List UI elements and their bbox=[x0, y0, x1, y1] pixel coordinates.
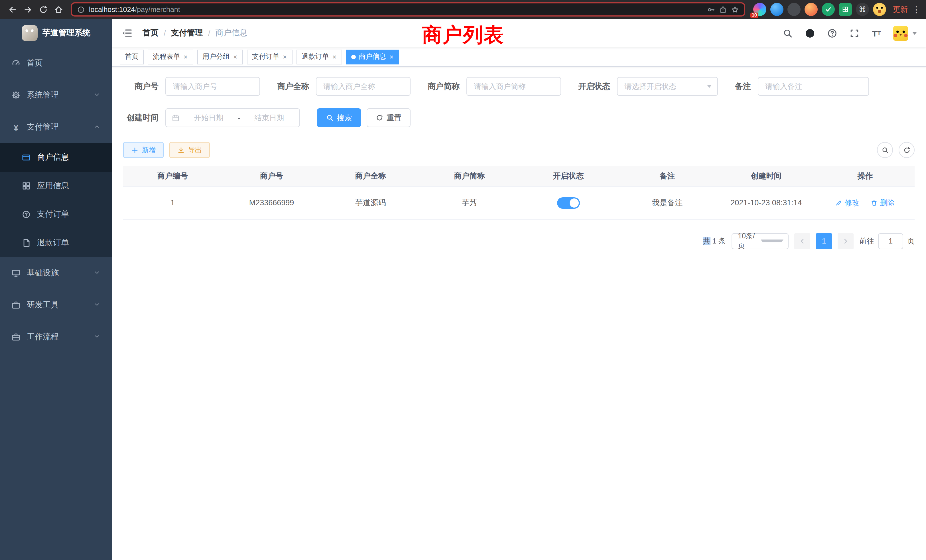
browser-forward-button[interactable] bbox=[20, 2, 35, 17]
export-button[interactable]: 导出 bbox=[169, 142, 210, 158]
tab-label: 用户分组 bbox=[203, 52, 230, 62]
breadcrumb-home[interactable]: 首页 bbox=[142, 28, 159, 38]
browser-update-button[interactable]: 更新 bbox=[893, 4, 908, 15]
tab-pay-order[interactable]: 支付订单 × bbox=[247, 49, 292, 64]
close-icon[interactable]: × bbox=[282, 53, 287, 60]
browser-back-button[interactable] bbox=[5, 2, 20, 17]
chevron-down-icon bbox=[94, 269, 100, 278]
cell-status bbox=[519, 186, 618, 219]
remark-input[interactable] bbox=[758, 77, 869, 96]
user-menu[interactable] bbox=[893, 26, 917, 41]
extension-icon-6[interactable] bbox=[839, 3, 852, 16]
address-bar[interactable]: localhost:1024/pay/merchant bbox=[71, 2, 745, 17]
payment-submenu: 商户信息 应用信息 支付订单 退款订单 bbox=[0, 143, 112, 257]
edit-link[interactable]: 修改 bbox=[836, 198, 859, 208]
merchant-no-label: 商户号 bbox=[123, 81, 159, 92]
close-icon[interactable]: × bbox=[183, 53, 188, 60]
breadcrumb-payment[interactable]: 支付管理 bbox=[171, 28, 203, 38]
prev-page-button[interactable] bbox=[794, 233, 810, 249]
status-select[interactable]: 请选择开启状态 bbox=[617, 77, 718, 96]
show-search-button[interactable] bbox=[877, 142, 893, 158]
header-search-icon[interactable] bbox=[782, 27, 793, 39]
start-date-input[interactable]: 开始日期 bbox=[184, 113, 233, 123]
create-time-range-picker[interactable]: 开始日期 - 结束日期 bbox=[165, 108, 300, 127]
page-size-select[interactable]: 10条/页 bbox=[732, 233, 788, 249]
sidebar-item-infra[interactable]: 基础设施 bbox=[0, 257, 112, 289]
browser-toolbar: localhost:1024/pay/merchant 10 ⌘ 更新 ⋮ bbox=[0, 0, 926, 19]
help-icon[interactable] bbox=[826, 27, 838, 39]
sidebar-item-payment[interactable]: ¥ 支付管理 bbox=[0, 111, 112, 143]
app-logo[interactable]: 芋道管理系统 bbox=[0, 19, 112, 47]
briefcase-icon bbox=[11, 301, 21, 310]
close-icon[interactable]: × bbox=[389, 53, 394, 60]
sidebar-item-label: 商户信息 bbox=[37, 152, 69, 162]
sidebar-item-home[interactable]: 首页 bbox=[0, 47, 112, 79]
close-icon[interactable]: × bbox=[233, 53, 238, 60]
url-path: /pay/merchant bbox=[135, 5, 180, 14]
extension-icon-1[interactable]: 10 bbox=[753, 3, 766, 16]
tab-process-form[interactable]: 流程表单 × bbox=[148, 49, 193, 64]
sidebar-toggle-button[interactable] bbox=[121, 27, 133, 39]
sidebar-item-system[interactable]: 系统管理 bbox=[0, 79, 112, 111]
sidebar-item-refund-order[interactable]: 退款订单 bbox=[0, 229, 112, 257]
cell-merchant-name: 芋道源码 bbox=[321, 186, 420, 219]
browser-menu-icon[interactable]: ⋮ bbox=[911, 4, 921, 15]
extension-icon-7[interactable]: ⌘ bbox=[856, 3, 869, 16]
tab-merchant-info[interactable]: 商户信息 × bbox=[346, 49, 399, 64]
sidebar-item-dev-tools[interactable]: 研发工具 bbox=[0, 289, 112, 321]
chevron-up-icon bbox=[94, 123, 100, 132]
site-info-icon bbox=[77, 5, 85, 14]
add-button[interactable]: 新增 bbox=[123, 142, 163, 158]
password-key-icon[interactable] bbox=[707, 5, 715, 14]
tab-label: 流程表单 bbox=[153, 52, 180, 62]
fullscreen-icon[interactable] bbox=[849, 27, 860, 39]
bookmark-star-icon[interactable] bbox=[731, 5, 739, 14]
merchant-name-input[interactable] bbox=[316, 77, 410, 96]
search-button[interactable]: 搜索 bbox=[317, 108, 361, 127]
goto-page-input[interactable] bbox=[878, 233, 903, 249]
plus-icon bbox=[131, 146, 139, 154]
next-page-button[interactable] bbox=[838, 233, 853, 249]
logo-avatar bbox=[21, 25, 37, 41]
close-icon[interactable]: × bbox=[332, 53, 337, 60]
delete-link[interactable]: 删除 bbox=[871, 198, 895, 208]
trash-icon bbox=[871, 199, 878, 206]
refresh-icon bbox=[903, 146, 910, 154]
total-prefix: 共 bbox=[703, 236, 710, 245]
refresh-icon bbox=[38, 5, 48, 14]
chevron-down-icon bbox=[94, 301, 100, 310]
end-date-input[interactable]: 结束日期 bbox=[245, 113, 294, 123]
merchant-short-input[interactable] bbox=[466, 77, 561, 96]
sidebar-item-app-info[interactable]: 应用信息 bbox=[0, 172, 112, 200]
tab-home[interactable]: 首页 bbox=[120, 49, 144, 64]
extension-icon-3[interactable] bbox=[787, 3, 800, 16]
forward-arrow-icon bbox=[23, 5, 32, 14]
share-icon[interactable] bbox=[719, 5, 727, 14]
status-toggle[interactable] bbox=[557, 197, 580, 209]
extension-icon-5[interactable] bbox=[822, 3, 835, 16]
extension-icon-4[interactable] bbox=[805, 3, 818, 16]
sidebar-item-workflow[interactable]: 工作流程 bbox=[0, 321, 112, 353]
navbar-actions: TT bbox=[782, 26, 917, 41]
remark-label: 备注 bbox=[735, 81, 751, 92]
app-frame: 芋道管理系统 首页 系统管理 ¥ 支付管理 bbox=[0, 19, 926, 560]
col-actions: 操作 bbox=[816, 166, 915, 186]
reset-button[interactable]: 重置 bbox=[367, 108, 410, 127]
tab-refund-order[interactable]: 退款订单 × bbox=[297, 49, 342, 64]
extension-icon-8[interactable] bbox=[873, 3, 886, 16]
sidebar-item-merchant-info[interactable]: 商户信息 bbox=[0, 143, 112, 172]
tab-user-group[interactable]: 用户分组 × bbox=[197, 49, 243, 64]
extension-icon-2[interactable] bbox=[770, 3, 784, 16]
pay-order-icon bbox=[22, 210, 31, 219]
browser-home-button[interactable] bbox=[51, 2, 66, 17]
tags-view: 首页 流程表单 × 用户分组 × 支付订单 × 退款订单 × bbox=[112, 47, 926, 67]
page-number-1[interactable]: 1 bbox=[816, 233, 832, 249]
github-icon[interactable] bbox=[804, 27, 816, 39]
browser-refresh-button[interactable] bbox=[35, 2, 51, 17]
total-suffix: 条 bbox=[719, 236, 726, 245]
font-size-icon[interactable]: TT bbox=[871, 27, 882, 39]
refresh-table-button[interactable] bbox=[899, 142, 915, 158]
sidebar: 芋道管理系统 首页 系统管理 ¥ 支付管理 bbox=[0, 19, 112, 560]
sidebar-item-pay-order[interactable]: 支付订单 bbox=[0, 200, 112, 229]
merchant-no-input[interactable] bbox=[165, 77, 260, 96]
